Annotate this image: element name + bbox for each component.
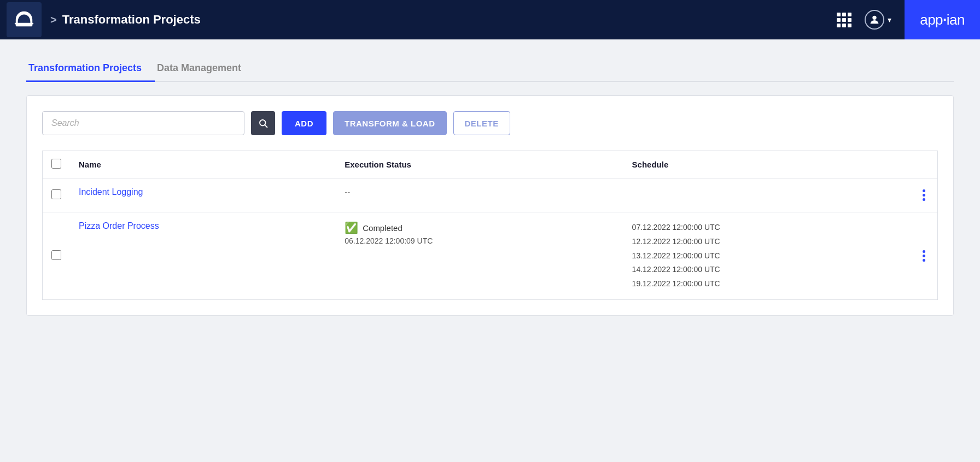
row-2-name: Pizza Order Process [70, 212, 336, 300]
schedule-item: 07.12.2022 12:00:00 UTC [632, 221, 902, 234]
col-checkbox [43, 151, 71, 178]
row-1-name: Incident Logging [70, 178, 336, 212]
apps-grid-button[interactable] [835, 10, 854, 30]
row-2-actions [911, 212, 938, 300]
schedule-item: 13.12.2022 12:00:00 UTC [632, 250, 902, 263]
transform-load-button[interactable]: TRANSFORM & LOAD [333, 111, 447, 135]
row-checkbox-cell [43, 212, 71, 300]
add-button[interactable]: ADD [282, 111, 326, 135]
row-1-schedule [623, 178, 911, 212]
user-avatar [865, 10, 884, 30]
svg-rect-1 [15, 23, 33, 25]
select-all-checkbox[interactable] [51, 159, 61, 169]
row-2-status-label: Completed [363, 223, 402, 233]
header-right-actions: ▾ [835, 10, 891, 30]
row-1-status-value: -- [345, 187, 350, 197]
col-execution-status: Execution Status [336, 151, 623, 178]
row-2-context-menu-button[interactable] [919, 248, 929, 264]
appian-logo-text: app·ian [920, 11, 965, 28]
appian-brand: app·ian [905, 0, 980, 39]
row-1-context-menu-button[interactable] [919, 187, 929, 203]
row-1-status: -- [336, 178, 623, 212]
search-button[interactable] [251, 111, 275, 135]
col-name: Name [70, 151, 336, 178]
row-2-status-badge: ✅ Completed [345, 221, 614, 234]
col-schedule: Schedule [623, 151, 911, 178]
col-actions [911, 151, 938, 178]
row-2-schedule-list: 07.12.2022 12:00:00 UTC 12.12.2022 12:00… [632, 221, 902, 291]
pizza-order-process-link[interactable]: Pizza Order Process [79, 221, 159, 230]
app-logo-box [7, 2, 42, 37]
tab-bar: Transformation Projects Data Management [26, 57, 954, 82]
main-card: ADD TRANSFORM & LOAD DELETE Name Executi… [26, 95, 954, 316]
row-2-checkbox[interactable] [51, 250, 61, 260]
svg-line-4 [265, 125, 267, 127]
projects-table: Name Execution Status Schedule Incident … [42, 151, 938, 300]
search-icon [258, 118, 268, 128]
table-row: Incident Logging -- [43, 178, 938, 212]
svg-point-2 [873, 16, 877, 20]
user-icon [868, 14, 880, 26]
incident-logging-link[interactable]: Incident Logging [79, 187, 143, 197]
app-header: > Transformation Projects ▾ app·ian [0, 0, 980, 39]
user-menu-button[interactable]: ▾ [865, 10, 891, 30]
row-checkbox-cell [43, 178, 71, 212]
tab-transformation-projects[interactable]: Transformation Projects [26, 57, 155, 82]
row-2-execution-date: 06.12.2022 12:00:09 UTC [345, 236, 614, 245]
row-2-schedule: 07.12.2022 12:00:00 UTC 12.12.2022 12:00… [623, 212, 911, 300]
helmet-icon [14, 9, 34, 30]
table-row: Pizza Order Process ✅ Completed 06.12.20… [43, 212, 938, 300]
row-2-status: ✅ Completed 06.12.2022 12:00:09 UTC [336, 212, 623, 300]
main-content: Transformation Projects Data Management … [0, 39, 980, 333]
breadcrumb-chevron: > [50, 14, 57, 26]
row-1-checkbox[interactable] [51, 189, 61, 199]
toolbar: ADD TRANSFORM & LOAD DELETE [42, 111, 938, 135]
row-1-actions [911, 178, 938, 212]
schedule-item: 19.12.2022 12:00:00 UTC [632, 278, 902, 291]
user-menu-caret: ▾ [888, 15, 891, 24]
search-input[interactable] [42, 111, 244, 135]
breadcrumb: > Transformation Projects [50, 13, 201, 27]
tab-data-management[interactable]: Data Management [155, 57, 254, 82]
schedule-item: 14.12.2022 12:00:00 UTC [632, 263, 902, 276]
delete-button[interactable]: DELETE [453, 111, 510, 135]
schedule-item: 12.12.2022 12:00:00 UTC [632, 235, 902, 249]
page-title: Transformation Projects [62, 13, 201, 27]
completed-check-icon: ✅ [345, 221, 358, 234]
